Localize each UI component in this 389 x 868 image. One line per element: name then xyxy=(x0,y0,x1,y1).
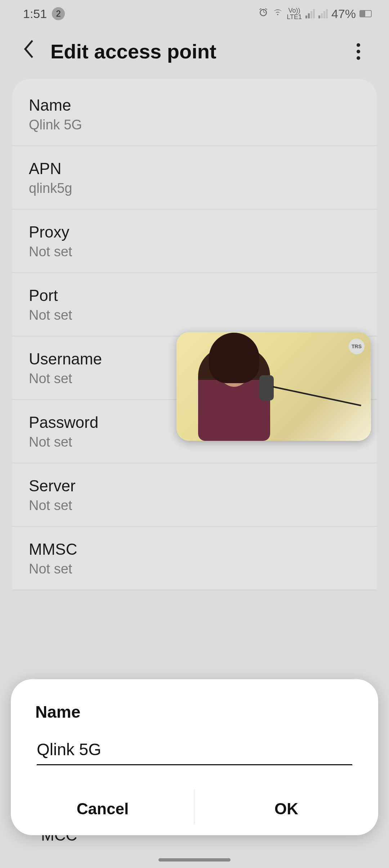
wifi-icon xyxy=(272,7,283,21)
setting-value: Not set xyxy=(29,244,360,260)
signal-icon xyxy=(305,9,315,18)
edit-name-dialog: Name Cancel OK xyxy=(11,679,378,835)
setting-value: Not set xyxy=(29,307,360,323)
setting-label: Server xyxy=(29,477,360,495)
status-time: 1:51 xyxy=(23,7,47,21)
setting-label: Proxy xyxy=(29,223,360,241)
back-icon[interactable] xyxy=(22,38,36,65)
setting-label: Port xyxy=(29,287,360,305)
setting-label: MMSC xyxy=(29,540,360,558)
setting-value: Qlink 5G xyxy=(29,117,360,133)
setting-proxy[interactable]: Proxy Not set xyxy=(12,209,377,273)
dialog-title: Name xyxy=(35,702,357,722)
overflow-menu-icon[interactable] xyxy=(357,43,367,60)
setting-port[interactable]: Port Not set xyxy=(12,273,377,336)
ok-button[interactable]: OK xyxy=(194,786,378,835)
pip-video-window[interactable]: TRS xyxy=(176,332,371,441)
setting-mmsc[interactable]: MMSC Not set xyxy=(12,527,377,590)
alarm-icon xyxy=(258,7,269,21)
notification-count-badge: 2 xyxy=(52,7,65,20)
page-title: Edit access point xyxy=(50,40,342,63)
gesture-nav-bar[interactable] xyxy=(158,858,231,862)
battery-icon xyxy=(359,10,372,17)
cancel-button[interactable]: Cancel xyxy=(11,786,194,835)
setting-server[interactable]: Server Not set xyxy=(12,463,377,527)
dialog-name-input[interactable] xyxy=(37,740,352,759)
signal-icon-2 xyxy=(318,9,328,18)
setting-name[interactable]: Name Qlink 5G xyxy=(12,79,377,146)
setting-value: Not set xyxy=(29,498,360,513)
battery-percentage: 47% xyxy=(331,7,356,21)
setting-value: Not set xyxy=(29,561,360,577)
setting-value: qlink5g xyxy=(29,181,360,196)
status-bar: 1:51 2 Vo)) LTE1 47% xyxy=(0,0,389,27)
setting-apn[interactable]: APN qlink5g xyxy=(12,146,377,209)
setting-label: APN xyxy=(29,160,360,178)
lte-label: Vo)) LTE1 xyxy=(287,7,302,20)
setting-label: Name xyxy=(29,96,360,114)
app-header: Edit access point xyxy=(0,27,389,79)
pip-channel-badge: TRS xyxy=(349,338,365,354)
